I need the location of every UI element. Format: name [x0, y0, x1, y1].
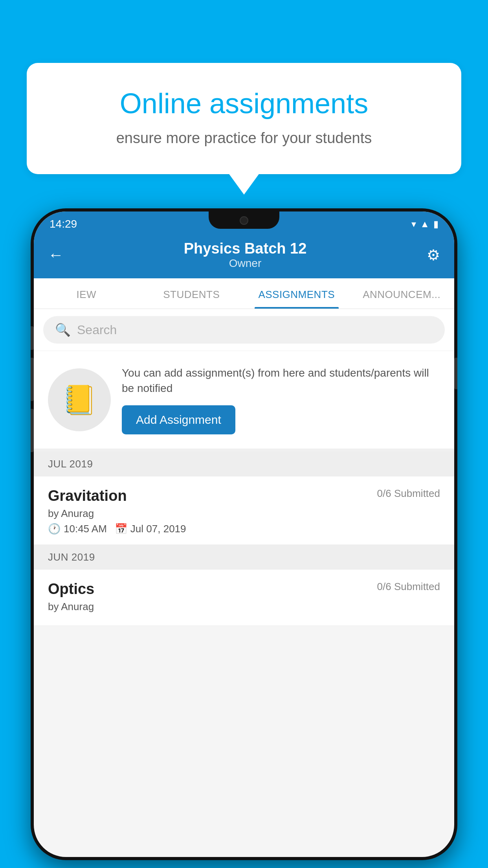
search-bar[interactable]: 🔍 Search [43, 316, 445, 344]
tab-assignments[interactable]: ASSIGNMENTS [244, 278, 349, 309]
volume-up-button [31, 358, 34, 401]
phone-notch [209, 208, 279, 229]
phone-frame: 14:29 ▾ ▲ ▮ ← Physics Batch 12 Owner ⚙ I… [31, 208, 457, 860]
assignment-date-value: Jul 07, 2019 [130, 523, 186, 535]
front-camera [240, 216, 248, 225]
app-header: ← Physics Batch 12 Owner ⚙ [34, 233, 454, 278]
assignment-date: 📅 Jul 07, 2019 [115, 523, 186, 535]
section-label-jun: JUN 2019 [48, 551, 95, 563]
assignment-submitted-gravitation: 0/6 Submitted [377, 487, 440, 500]
battery-icon: ▮ [433, 219, 438, 230]
batch-title: Physics Batch 12 [64, 240, 427, 257]
speech-bubble: Online assignments ensure more practice … [27, 63, 461, 174]
tabs-bar: IEW STUDENTS ASSIGNMENTS ANNOUNCEM... [34, 278, 454, 309]
status-time: 14:29 [50, 218, 77, 230]
promo-description: You can add assignment(s) from here and … [122, 365, 440, 396]
assignment-submitted-optics: 0/6 Submitted [377, 581, 440, 593]
phone-screen: 14:29 ▾ ▲ ▮ ← Physics Batch 12 Owner ⚙ I… [34, 211, 454, 857]
clock-icon: 🕐 [48, 523, 61, 535]
mute-button [31, 326, 34, 350]
assignment-optics[interactable]: Optics 0/6 Submitted by Anurag [34, 570, 454, 626]
bubble-subtitle: ensure more practice for your students [54, 130, 434, 147]
assignment-top-optics: Optics 0/6 Submitted [48, 581, 440, 598]
speech-bubble-wrapper: Online assignments ensure more practice … [27, 63, 461, 174]
bubble-title: Online assignments [54, 86, 434, 120]
wifi-icon: ▾ [411, 219, 416, 230]
section-header-jul: JUL 2019 [34, 452, 454, 476]
notebook-icon: 📒 [62, 383, 97, 417]
promo-content: You can add assignment(s) from here and … [122, 365, 440, 434]
assignment-by-gravitation: by Anurag [48, 508, 440, 520]
assignment-time-value: 10:45 AM [64, 523, 107, 535]
promo-card: 📒 You can add assignment(s) from here an… [34, 351, 454, 452]
tab-iew[interactable]: IEW [34, 278, 139, 309]
settings-icon[interactable]: ⚙ [427, 246, 440, 264]
status-icons: ▾ ▲ ▮ [411, 219, 438, 230]
tab-announcements[interactable]: ANNOUNCEM... [349, 278, 455, 309]
promo-icon-circle: 📒 [48, 368, 111, 431]
assignment-time: 🕐 10:45 AM [48, 523, 107, 535]
signal-icon: ▲ [420, 219, 429, 230]
search-container: 🔍 Search [34, 309, 454, 351]
tab-students[interactable]: STUDENTS [139, 278, 244, 309]
section-header-jun: JUN 2019 [34, 545, 454, 570]
assignment-top: Gravitation 0/6 Submitted [48, 487, 440, 504]
header-center: Physics Batch 12 Owner [64, 240, 427, 270]
calendar-icon: 📅 [115, 523, 127, 535]
assignment-gravitation[interactable]: Gravitation 0/6 Submitted by Anurag 🕐 10… [34, 476, 454, 545]
assignment-name-optics: Optics [48, 581, 94, 598]
search-icon: 🔍 [55, 322, 71, 337]
assignment-name-gravitation: Gravitation [48, 487, 127, 504]
assignment-meta-gravitation: 🕐 10:45 AM 📅 Jul 07, 2019 [48, 523, 440, 535]
add-assignment-button[interactable]: Add Assignment [122, 405, 235, 434]
power-button [454, 358, 457, 389]
back-button[interactable]: ← [48, 246, 64, 264]
assignment-by-optics: by Anurag [48, 601, 440, 613]
batch-role: Owner [64, 257, 427, 270]
section-label-jul: JUL 2019 [48, 458, 93, 470]
volume-down-button [31, 409, 34, 452]
search-placeholder: Search [77, 323, 117, 337]
